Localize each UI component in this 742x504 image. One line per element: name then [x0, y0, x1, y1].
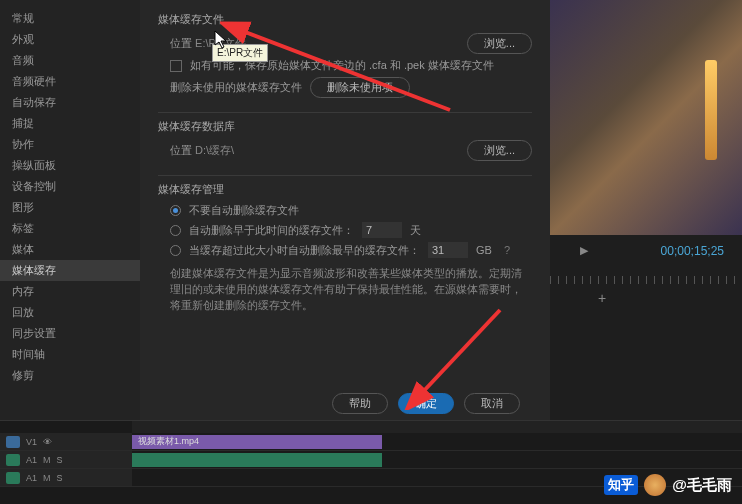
- track-label: V1: [26, 437, 37, 447]
- zhihu-logo: 知乎: [604, 475, 638, 495]
- track-header-a1[interactable]: A1 M S: [0, 451, 132, 468]
- sidebar-item-graphics[interactable]: 图形: [0, 197, 140, 218]
- sidebar-item-media[interactable]: 媒体: [0, 239, 140, 260]
- program-monitor-panel: ▶ 00;00;15;25 +: [550, 0, 742, 420]
- save-next-to-media-checkbox[interactable]: [170, 60, 182, 72]
- sidebar-item-device-control[interactable]: 设备控制: [0, 176, 140, 197]
- track-toggle-icon[interactable]: [6, 472, 20, 484]
- audio-clip[interactable]: [132, 453, 382, 467]
- watermark: 知乎 @毛毛雨: [604, 474, 732, 496]
- mouse-cursor-icon: [214, 30, 230, 50]
- sidebar-item-audio-hardware[interactable]: 音频硬件: [0, 71, 140, 92]
- cache-loc-label: 位置: [170, 37, 192, 49]
- track-toggle-icon[interactable]: [6, 454, 20, 466]
- browse-db-button[interactable]: 浏览...: [467, 140, 532, 161]
- solo-icon[interactable]: S: [57, 455, 63, 465]
- timecode-display[interactable]: 00;00;15;25: [661, 244, 724, 258]
- track-label: A1: [26, 473, 37, 483]
- mute-icon[interactable]: M: [43, 455, 51, 465]
- sidebar-item-trim[interactable]: 修剪: [0, 365, 140, 386]
- track-header-a2[interactable]: A1 M S: [0, 469, 132, 486]
- cache-db-loc-value: D:\缓存\: [195, 144, 234, 156]
- sidebar-item-media-cache[interactable]: 媒体缓存: [0, 260, 140, 281]
- sidebar-item-playback[interactable]: 回放: [0, 302, 140, 323]
- track-label: A1: [26, 455, 37, 465]
- cache-db-loc-label: 位置: [170, 144, 192, 156]
- solo-icon[interactable]: S: [57, 473, 63, 483]
- timeline-ruler[interactable]: [132, 421, 742, 433]
- sidebar-item-labels[interactable]: 标签: [0, 218, 140, 239]
- sidebar-item-sync[interactable]: 同步设置: [0, 323, 140, 344]
- sidebar-item-timeline[interactable]: 时间轴: [0, 344, 140, 365]
- video-preview[interactable]: [550, 0, 742, 235]
- sidebar-item-collab[interactable]: 协作: [0, 134, 140, 155]
- preferences-content: 媒体缓存文件 位置 E:\PR文件 浏览... 如有可能，保存原始媒体文件旁边的…: [140, 0, 550, 420]
- browse-cache-button[interactable]: 浏览...: [467, 33, 532, 54]
- delete-unused-button[interactable]: 删除未使用项: [310, 77, 410, 98]
- clip-label: 视频素材1.mp4: [138, 435, 199, 448]
- author-avatar: [644, 474, 666, 496]
- video-clip[interactable]: 视频素材1.mp4: [132, 435, 382, 449]
- sidebar-item-audio[interactable]: 音频: [0, 50, 140, 71]
- size-unit: GB: [476, 244, 492, 256]
- radio-delete-over-size-label: 当缓存超过此大小时自动删除最早的缓存文件：: [189, 243, 420, 258]
- radio-delete-over-size[interactable]: [170, 245, 181, 256]
- mini-ruler[interactable]: [550, 276, 742, 284]
- question-icon[interactable]: ?: [504, 244, 510, 256]
- sidebar-item-memory[interactable]: 内存: [0, 281, 140, 302]
- radio-no-auto-delete[interactable]: [170, 205, 181, 216]
- cache-mgmt-description: 创建媒体缓存文件是为显示音频波形和改善某些媒体类型的播放。定期清理旧的或未使用的…: [170, 266, 532, 313]
- plus-icon[interactable]: +: [598, 290, 606, 306]
- radio-delete-older-than[interactable]: [170, 225, 181, 236]
- track-row-a1: A1 M S: [0, 451, 742, 469]
- mute-icon[interactable]: M: [43, 473, 51, 483]
- cache-db-title: 媒体缓存数据库: [158, 119, 532, 134]
- sidebar-item-appearance[interactable]: 外观: [0, 29, 140, 50]
- cache-mgmt-title: 媒体缓存管理: [158, 182, 532, 197]
- track-toggle-icon[interactable]: [6, 436, 20, 448]
- play-icon[interactable]: ▶: [580, 244, 588, 257]
- size-input[interactable]: [428, 242, 468, 258]
- sidebar-item-control-surface[interactable]: 操纵面板: [0, 155, 140, 176]
- author-name: @毛毛雨: [672, 476, 732, 495]
- cancel-button[interactable]: 取消: [464, 393, 520, 414]
- days-input[interactable]: [362, 222, 402, 238]
- radio-delete-older-label: 自动删除早于此时间的缓存文件：: [189, 223, 354, 238]
- eye-icon[interactable]: 👁: [43, 437, 52, 447]
- radio-no-auto-delete-label: 不要自动删除缓存文件: [189, 203, 299, 218]
- delete-unused-label: 删除未使用的媒体缓存文件: [170, 80, 302, 95]
- days-unit: 天: [410, 223, 421, 238]
- ok-button[interactable]: 确定: [398, 393, 454, 414]
- cache-files-title: 媒体缓存文件: [158, 12, 532, 27]
- track-header-v1[interactable]: V1 👁: [0, 433, 132, 450]
- preferences-sidebar: 常规 外观 音频 音频硬件 自动保存 捕捉 协作 操纵面板 设备控制 图形 标签…: [0, 0, 140, 420]
- sidebar-item-capture[interactable]: 捕捉: [0, 113, 140, 134]
- sidebar-item-autosave[interactable]: 自动保存: [0, 92, 140, 113]
- track-row-v1: V1 👁 视频素材1.mp4: [0, 433, 742, 451]
- help-button[interactable]: 帮助: [332, 393, 388, 414]
- sidebar-item-general[interactable]: 常规: [0, 8, 140, 29]
